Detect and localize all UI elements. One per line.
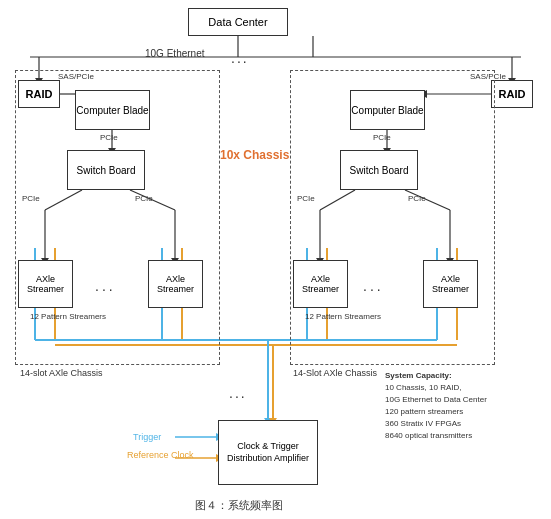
dots-left: ... <box>95 278 116 294</box>
data-center-label: Data Center <box>208 16 267 28</box>
pattern-streamers-right-label: 12 Pattern Streamers <box>305 312 381 321</box>
clock-box-label: Clock & Trigger Distribution Amplifier <box>219 441 317 464</box>
dots-middle-chassis: ... <box>229 385 247 401</box>
pcie-sb-lr-label: PCIe <box>135 194 153 203</box>
pcie-cb-left-label: PCIe <box>100 133 118 142</box>
pcie-cb-right-label: PCIe <box>373 133 391 142</box>
axle-streamer-rr: AXle Streamer <box>423 260 478 308</box>
computer-blade-left: Computer Blade <box>75 90 150 130</box>
trigger-label: Trigger <box>133 432 161 442</box>
axle-streamer-rl: AXle Streamer <box>293 260 348 308</box>
pcie-sb-rr-label: PCIe <box>408 194 426 203</box>
raid-right-box: RAID <box>491 80 533 108</box>
figure-caption: 图４：系统频率图 <box>195 498 283 513</box>
sys-cap-line0: 10 Chassis, 10 RAID, <box>385 382 487 394</box>
slot-label-left: 14-slot AXle Chassis <box>20 368 103 378</box>
data-center-box: Data Center <box>188 8 288 36</box>
pattern-streamers-left-label: 12 Pattern Streamers <box>30 312 106 321</box>
chassis-10x-label: 10x Chassis <box>220 148 289 162</box>
dots-right: ... <box>363 278 384 294</box>
reference-clock-label: Reference Clock <box>127 450 194 462</box>
clock-distribution-box: Clock & Trigger Distribution Amplifier <box>218 420 318 485</box>
axle-streamer-lr: AXle Streamer <box>148 260 203 308</box>
diagram-container: Data Center 10G Ethernet RAID RAID SAS/P… <box>0 0 551 519</box>
pcie-sb-rl-label: PCIe <box>297 194 315 203</box>
dots-middle-top: ... <box>231 50 249 66</box>
system-capacity-text: System Capacity: 10 Chassis, 10 RAID, 10… <box>385 370 487 442</box>
switch-board-left: Switch Board <box>67 150 145 190</box>
pcie-sb-ll-label: PCIe <box>22 194 40 203</box>
computer-blade-right: Computer Blade <box>350 90 425 130</box>
sys-cap-line2: 120 pattern streamers <box>385 406 487 418</box>
sys-cap-line4: 8640 optical transmitters <box>385 430 487 442</box>
axle-streamer-ll: AXle Streamer <box>18 260 73 308</box>
ethernet-label: 10G Ethernet <box>145 48 204 59</box>
system-capacity-title: System Capacity: <box>385 370 487 382</box>
sys-cap-line1: 10G Ethernet to Data Center <box>385 394 487 406</box>
slot-label-right: 14-Slot AXle Chassis <box>293 368 377 378</box>
sys-cap-line3: 360 Stratix IV FPGAs <box>385 418 487 430</box>
switch-board-right: Switch Board <box>340 150 418 190</box>
